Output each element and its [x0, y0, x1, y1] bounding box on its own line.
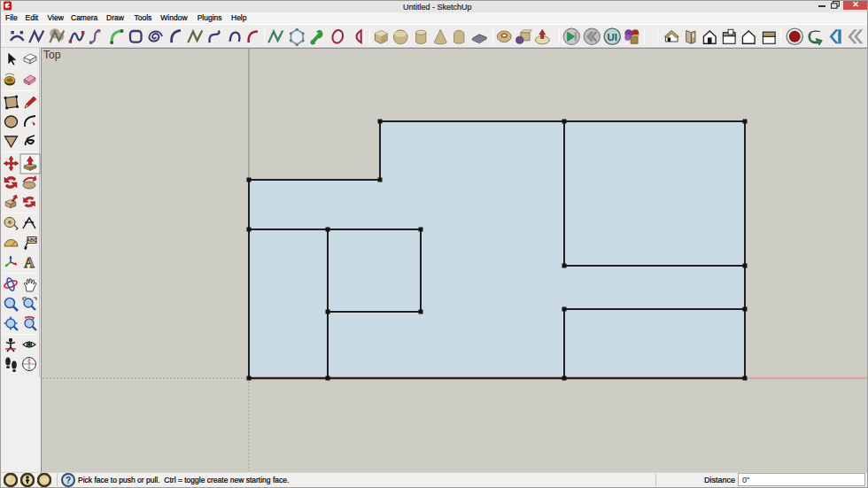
- svg-text:UI: UI: [608, 31, 617, 42]
- svg-text:ABC: ABC: [27, 237, 37, 243]
- svg-text:A: A: [24, 255, 35, 270]
- svg-text:↔: ↔: [27, 364, 31, 369]
- svg-text:?: ?: [66, 476, 71, 485]
